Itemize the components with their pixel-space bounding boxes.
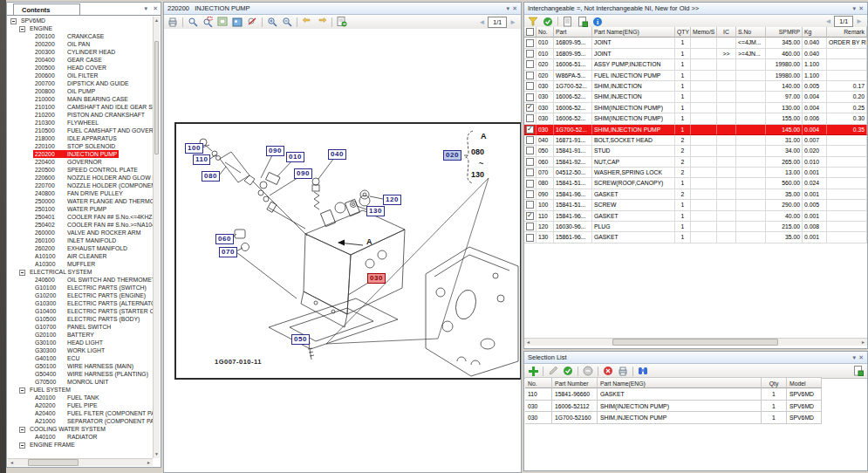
scroll-up-icon[interactable]: ▲ [154,17,160,24]
row-checkbox[interactable] [526,82,534,90]
table-row[interactable]: 0301G700-52...SHIM,INJECTION PUMP1145.00… [524,125,867,135]
next-view-icon[interactable] [316,17,328,28]
column-header[interactable]: Part Name(ENG) [598,377,762,388]
table-row[interactable]: 12016030-96...PLUG1215.000.008 [524,222,867,232]
table-row[interactable]: 08015841-51...SCREW(ROOF,CANOPY)1560.000… [524,178,867,189]
tree-item-200200[interactable]: 200200OIL PAN [8,40,153,48]
table-row[interactable]: 10015841-51...SCREW1290.000.005 [524,200,867,210]
tree-item-g10700[interactable]: G10700PANEL SWITCH [8,323,153,331]
confirm-icon[interactable] [542,16,554,27]
tree-item-250100[interactable]: 250100WATER PUMP [8,205,153,213]
callout-label-070[interactable]: 070 [219,247,237,257]
row-checkbox[interactable] [526,180,534,188]
close-icon[interactable]: ✕ [153,4,158,13]
close-icon[interactable]: ✕ [858,4,864,13]
scroll-left-icon[interactable]: ◄ [8,459,16,466]
column-header[interactable]: S.No [736,27,766,38]
column-header[interactable]: No. [525,377,552,388]
page-previous-icon[interactable]: ◄ [824,17,831,25]
table-row[interactable]: 05015841-91...STUD234.000.020 [524,146,867,156]
row-checkbox[interactable] [526,93,534,101]
tree-item-210500[interactable]: 210500FUEL CAMSHAFT AND GOVERNO [8,127,153,134]
export-image-icon[interactable] [336,17,348,28]
callout-label-090[interactable]: 090 [266,146,284,156]
column-header[interactable]: Part [554,27,592,38]
row-checkbox[interactable] [526,168,534,176]
row-checkbox[interactable] [526,114,534,122]
select-all-checkbox[interactable] [526,28,534,36]
print-icon[interactable] [617,366,629,377]
tree-item-a10300[interactable]: A10300MUFFLER [8,260,153,268]
image-view-icon[interactable] [231,17,243,28]
tree-item-220400[interactable]: 220400GOVERNOR [8,158,153,166]
tree-item-200100[interactable]: 200100CRANKCASE [8,32,153,40]
tree-item-220600[interactable]: 220600NOZZLE HOLDER AND GLOW PL [8,174,153,182]
callout-label-060[interactable]: 060 [215,234,234,244]
tree-item-200800[interactable]: 200800OIL PUMP [8,87,153,95]
table-row[interactable]: 02016006-51...ASSY PUMP,INJECTION119980.… [524,59,867,70]
cancel-zoom-icon[interactable] [246,17,258,28]
tree-item-g40100[interactable]: G40100ECU [8,354,153,362]
column-header[interactable]: Memo/S [691,27,717,38]
table-row[interactable]: 06015841-92...NUT,CAP2265.000.010 [524,157,867,168]
tree-horizontal-scrollbar[interactable]: ◄ ► [8,458,153,466]
tree-item-g30100[interactable]: G30100HEAD LIGHT [8,339,153,346]
scroll-right-icon[interactable]: ► [145,459,153,466]
callout-label-040[interactable]: 040 [328,149,346,160]
tree-item-220500[interactable]: 220500SPEED CONTROL PLATE [8,166,153,174]
tree-item-220100[interactable]: 220100STOP SOLENOID [8,142,153,150]
collapse-expander-icon[interactable] [10,18,17,24]
table-row[interactable]: 13015861-96...GASKET135.000.001 [524,232,867,243]
table-row[interactable]: 03016006-52...SHIM(INJECTION PUMP)1130.0… [524,103,867,113]
disabled-remove-icon[interactable] [582,366,594,377]
add-icon[interactable] [527,366,539,377]
callout-label-050[interactable]: 050 [291,334,310,345]
pan-tool-icon[interactable] [187,17,199,28]
row-checkbox[interactable] [526,190,534,198]
table-row[interactable]: 0301G700-52160SHIM,INJECTION PUMP1SPV6MD [525,412,822,423]
diagram-canvas[interactable]: 1001100800900100900400201201300600700300… [164,29,521,472]
scrollbar-thumb[interactable] [28,459,79,466]
callout-label-110[interactable]: 110 [193,154,210,165]
close-icon[interactable]: ✕ [512,4,517,13]
column-header[interactable]: Part Name(ENG) [592,27,675,38]
tree-item-250401[interactable]: 250401COOLER FAN ## S.No.<=4KHZ [8,213,153,221]
callout-label-080[interactable]: 080 [202,171,220,182]
tree-item-g10500[interactable]: G10500ELECTRIC PARTS (BODY) [8,315,153,323]
page-previous-icon[interactable]: ◄ [478,18,485,26]
row-checkbox[interactable] [526,136,534,144]
row-checkbox[interactable] [526,126,534,134]
fit-page-icon[interactable] [216,17,229,28]
table-row[interactable]: 07004512-50...WASHER,SPRING LOCK213.000.… [524,168,867,178]
tree-item-engine-frame[interactable]: ENGINE FRAME [8,441,153,449]
pin-icon[interactable]: ▾ [145,4,148,13]
table-row[interactable]: 03016006-52...SHIM,INJECTION197.000.0040… [524,92,867,102]
tree-item-200500[interactable]: 200500HEAD COVER [8,64,153,72]
tree-item-g10300[interactable]: G10300ELECTRIC PARTS (ALTERNATOR [8,299,153,307]
zoom-region-icon[interactable] [202,17,214,28]
row-checkbox[interactable] [526,72,534,79]
tab-contents[interactable]: Contents [13,3,80,16]
row-checkbox[interactable] [526,201,534,209]
callout-label-100[interactable]: 100 [185,143,203,154]
tree-item-a20100[interactable]: A20100FUEL TANK [8,394,153,401]
row-checkbox[interactable] [526,234,534,242]
zoom-in-icon[interactable] [266,17,278,28]
pin-icon[interactable]: ▾ [507,4,510,13]
row-checkbox[interactable] [526,212,534,220]
tree-item-a10100[interactable]: A10100AIR CLEANER [8,252,153,260]
tree-item-250000[interactable]: 250000WATER FLANGE AND THERMOST [8,197,153,205]
callout-label-030[interactable]: 030 [367,273,386,284]
tree-item-g20100[interactable]: G20100BATTERY [8,331,153,339]
tree-item-240800[interactable]: 240800FAN DRIVE PULLEY [8,189,153,197]
row-checkbox[interactable] [526,39,534,47]
tree-item-a21000[interactable]: A21000SEPARATOR (COMPONENT PART [8,417,153,425]
pin-icon[interactable]: ▾ [853,353,857,362]
export-list-icon[interactable] [852,366,865,377]
scroll-left-icon[interactable]: ◄ [524,339,532,346]
table-row[interactable]: 020W86PA-5...FUEL INJECTION PUMP119980.0… [524,71,867,81]
tree-item-cooling-water-system[interactable]: COOLING WATER SYSTEM [8,425,153,433]
column-header[interactable]: Kg [803,27,827,38]
apply-icon[interactable] [562,366,574,377]
edit-icon[interactable] [547,366,559,377]
